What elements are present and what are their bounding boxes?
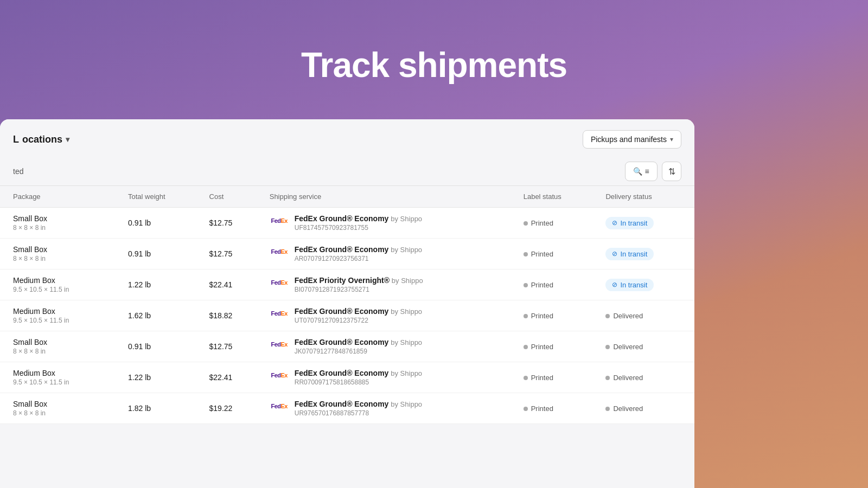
cell-shipping-service: FedEx FedEx Ground® Economy by Shippo UT… xyxy=(261,300,515,331)
filter-label: ted xyxy=(13,167,23,176)
filter-bar: ted 🔍 ≡ ⇅ xyxy=(0,157,694,186)
cell-delivery-status: ⊘In transit xyxy=(597,208,694,239)
package-name: Medium Box xyxy=(13,369,111,377)
package-dims: 8 × 8 × 8 in xyxy=(13,409,111,417)
card-top-bar: Locations ▾ Pickups and manifests ▾ xyxy=(0,119,694,157)
locations-dropdown[interactable]: Locations ▾ xyxy=(13,132,69,147)
cell-weight: 1.22 lb xyxy=(119,269,201,300)
cell-shipping-service: FedEx FedEx Ground® Economy by Shippo UR… xyxy=(261,393,515,424)
service-info: FedEx Priority Overnight® by Shippo BI07… xyxy=(295,276,423,293)
service-info: FedEx Ground® Economy by Shippo JK070791… xyxy=(295,338,422,355)
fedex-logo: FedEx xyxy=(270,370,289,381)
status-dot xyxy=(524,221,528,226)
status-badge: Printed xyxy=(524,281,553,289)
col-label-status: Label status xyxy=(515,186,597,208)
cell-label-status: Printed xyxy=(515,239,597,269)
table-row[interactable]: Medium Box9.5 × 10.5 × 11.5 in1.22 lb$22… xyxy=(0,269,694,300)
status-dot xyxy=(524,314,528,318)
sort-icon: ⇅ xyxy=(668,166,675,177)
service-name: FedEx Ground® Economy by Shippo xyxy=(295,214,422,223)
search-filter-button[interactable]: 🔍 ≡ xyxy=(625,162,658,181)
col-shipping-service: Shipping service xyxy=(261,186,515,208)
col-weight: Total weight xyxy=(119,186,201,208)
status-dot xyxy=(605,376,610,380)
header-section: Track shipments xyxy=(0,0,868,119)
table-row[interactable]: Small Box8 × 8 × 8 in0.91 lb$12.75 FedEx… xyxy=(0,331,694,362)
cell-shipping-service: FedEx FedEx Ground® Economy by Shippo AR… xyxy=(261,239,515,269)
delivery-badge: Delivered xyxy=(605,312,643,320)
table-row[interactable]: Small Box8 × 8 × 8 in0.91 lb$12.75 FedEx… xyxy=(0,239,694,269)
tracking-number: UF817457570923781755 xyxy=(295,224,422,232)
cell-weight: 0.91 lb xyxy=(119,239,201,269)
cell-cost: $22.41 xyxy=(201,362,261,393)
cell-cost: $12.75 xyxy=(201,331,261,362)
service-info: FedEx Ground® Economy by Shippo UR976570… xyxy=(295,400,422,417)
cell-cost: $18.82 xyxy=(201,300,261,331)
cell-label-status: Printed xyxy=(515,300,597,331)
package-name: Small Box xyxy=(13,245,111,254)
status-dot xyxy=(524,345,528,349)
tracking-number: UT070791270912375722 xyxy=(295,317,422,324)
cell-shipping-service: FedEx FedEx Priority Overnight® by Shipp… xyxy=(261,269,515,300)
service-name: FedEx Ground® Economy by Shippo xyxy=(295,245,422,254)
cell-package: Small Box8 × 8 × 8 in xyxy=(0,239,119,269)
package-dims: 8 × 8 × 8 in xyxy=(13,255,111,262)
search-icon: 🔍 xyxy=(633,167,642,176)
cell-weight: 1.62 lb xyxy=(119,300,201,331)
table-row[interactable]: Medium Box9.5 × 10.5 × 11.5 in1.62 lb$18… xyxy=(0,300,694,331)
package-name: Small Box xyxy=(13,338,111,346)
service-info: FedEx Ground® Economy by Shippo UT070791… xyxy=(295,307,422,324)
cell-label-status: Printed xyxy=(515,393,597,424)
status-badge: Printed xyxy=(524,374,553,382)
delivery-badge: Delivered xyxy=(605,343,643,351)
cell-package: Small Box8 × 8 × 8 in xyxy=(0,331,119,362)
status-badge: Printed xyxy=(524,250,553,258)
service-name: FedEx Ground® Economy by Shippo xyxy=(295,369,422,377)
cell-delivery-status: ⊘In transit xyxy=(597,239,694,269)
sort-button[interactable]: ⇅ xyxy=(662,162,681,181)
cell-shipping-service: FedEx FedEx Ground® Economy by Shippo JK… xyxy=(261,331,515,362)
status-badge: Printed xyxy=(524,219,553,227)
service-name: FedEx Priority Overnight® by Shippo xyxy=(295,276,423,285)
table-row[interactable]: Small Box8 × 8 × 8 in0.91 lb$12.75 FedEx… xyxy=(0,208,694,239)
delivery-badge: ⊘In transit xyxy=(605,217,654,229)
service-info: FedEx Ground® Economy by Shippo AR070791… xyxy=(295,245,422,262)
chevron-down-icon: ▾ xyxy=(66,135,69,144)
fedex-logo: FedEx xyxy=(270,339,289,350)
status-dot xyxy=(524,407,528,411)
col-delivery-status: Delivery status xyxy=(597,186,694,208)
table-header-row: Package Total weight Cost Shipping servi… xyxy=(0,186,694,208)
status-badge: Printed xyxy=(524,404,553,413)
cell-delivery-status: ⊘In transit xyxy=(597,269,694,300)
cell-delivery-status: Delivered xyxy=(597,331,694,362)
fedex-logo: FedEx xyxy=(270,215,289,226)
cell-package: Small Box8 × 8 × 8 in xyxy=(0,393,119,424)
cell-weight: 1.22 lb xyxy=(119,362,201,393)
filter-icon: ≡ xyxy=(644,167,649,176)
table-row[interactable]: Medium Box9.5 × 10.5 × 11.5 in1.22 lb$22… xyxy=(0,362,694,393)
transit-icon: ⊘ xyxy=(612,219,617,227)
delivery-badge: ⊘In transit xyxy=(605,279,654,291)
cell-weight: 0.91 lb xyxy=(119,331,201,362)
status-dot xyxy=(524,252,528,256)
fedex-logo: FedEx xyxy=(270,308,289,319)
cell-delivery-status: Delivered xyxy=(597,300,694,331)
status-dot xyxy=(605,314,610,318)
status-badge: Printed xyxy=(524,312,553,320)
delivery-badge: Delivered xyxy=(605,374,643,382)
status-badge: Printed xyxy=(524,343,553,351)
cell-package: Medium Box9.5 × 10.5 × 11.5 in xyxy=(0,362,119,393)
package-dims: 9.5 × 10.5 × 11.5 in xyxy=(13,378,111,386)
service-name: FedEx Ground® Economy by Shippo xyxy=(295,400,422,408)
pickups-manifests-label: Pickups and manifests xyxy=(591,135,667,144)
col-package: Package xyxy=(0,186,119,208)
main-card: Locations ▾ Pickups and manifests ▾ ted … xyxy=(0,119,694,488)
service-name: FedEx Ground® Economy by Shippo xyxy=(295,338,422,346)
tracking-number: JK070791277848761859 xyxy=(295,348,422,355)
cell-package: Medium Box9.5 × 10.5 × 11.5 in xyxy=(0,269,119,300)
table-row[interactable]: Small Box8 × 8 × 8 in1.82 lb$19.22 FedEx… xyxy=(0,393,694,424)
pickups-manifests-button[interactable]: Pickups and manifests ▾ xyxy=(583,130,681,149)
fedex-logo: FedEx xyxy=(270,246,289,257)
cell-weight: 1.82 lb xyxy=(119,393,201,424)
cell-cost: $12.75 xyxy=(201,208,261,239)
